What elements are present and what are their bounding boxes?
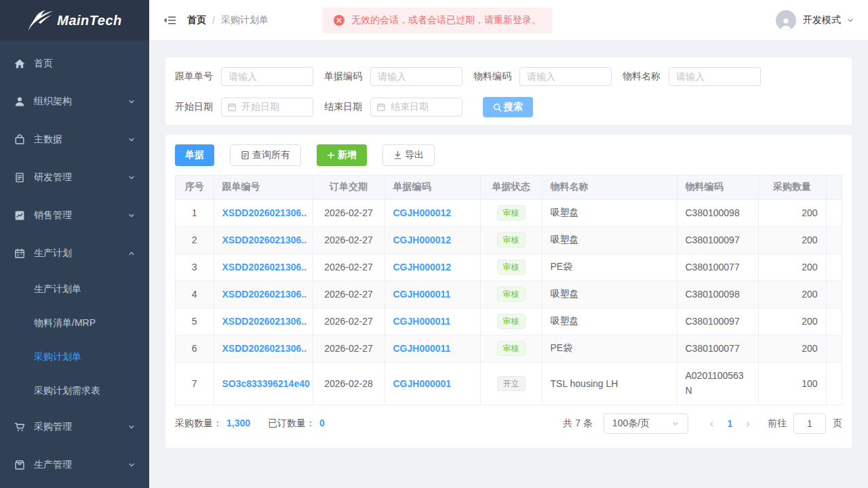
sidebar-item-rnd[interactable]: 研发管理	[0, 159, 149, 197]
sidebar-fold-icon[interactable]	[163, 14, 176, 26]
current-page[interactable]: 1	[721, 418, 740, 429]
order-no-input[interactable]	[221, 67, 313, 86]
cell-code: C380100097	[677, 226, 758, 253]
filter-start-date: 开始日期 开始日期	[175, 98, 313, 117]
plus-icon	[327, 151, 335, 159]
sidebar-subitem-purchase-plan-order[interactable]: 采购计划单	[0, 340, 149, 374]
stat-value: 1,300	[226, 418, 250, 428]
doc-no-link[interactable]: CGJH000011	[393, 316, 451, 327]
cell-qty: 200	[758, 335, 826, 362]
cell-delivery: 2026-02-27	[313, 226, 384, 253]
doc-no-link[interactable]: CGJH000012	[393, 262, 452, 272]
filter-panel: 跟单单号 单据编码 物料编码 物料名称	[165, 58, 852, 125]
doc-no-link[interactable]: CGJH000012	[393, 207, 452, 218]
stat-label: 采购数量：	[175, 418, 222, 428]
cell-extra	[826, 199, 842, 226]
brand-name: MainTech	[57, 13, 122, 28]
order-no-link[interactable]: XSDD2026021306..	[222, 207, 307, 218]
box-icon	[14, 459, 26, 471]
table-row: 6 XSDD2026021306.. 2026-02-27 CGJH000011…	[176, 335, 842, 362]
col-material: 物料名称	[542, 176, 677, 199]
cell-material: PE袋	[542, 335, 677, 362]
cart-icon	[14, 421, 26, 433]
query-all-button[interactable]: 查询所有	[230, 144, 301, 166]
cell-code: C380100097	[677, 308, 758, 335]
status-badge: 审核	[497, 232, 526, 247]
page-size-select[interactable]: 100条/页	[604, 413, 688, 434]
sidebar-subitem-purchase-plan-demand[interactable]: 采购计划需求表	[0, 374, 149, 408]
order-no-link[interactable]: XSDD2026021306..	[222, 235, 307, 245]
cell-extra	[826, 281, 842, 308]
order-no-link[interactable]: SO3c833396214e40	[222, 378, 310, 389]
page-content: 跟单单号 单据编码 物料编码 物料名称	[149, 41, 868, 488]
sidebar-item-purchase-mgmt[interactable]: 采购管理	[0, 408, 149, 446]
goto-label: 前往	[768, 418, 787, 430]
search-button[interactable]: 搜索	[483, 97, 533, 117]
material-name-input[interactable]	[669, 67, 761, 86]
order-no-link[interactable]: XSDD2026021306..	[222, 289, 307, 300]
error-circle-icon	[334, 15, 344, 26]
cell-seq: 6	[176, 335, 214, 362]
cell-material: 吸塑盘	[542, 281, 677, 308]
sidebar-subitem-label: 采购计划需求表	[34, 385, 100, 397]
cell-extra	[826, 308, 842, 335]
material-code-input[interactable]	[519, 67, 612, 86]
page-unit: 页	[833, 418, 842, 430]
filter-material-code: 物料编码	[473, 67, 612, 86]
order-no-link[interactable]: XSDD2026021306..	[222, 343, 307, 354]
status-badge: 审核	[497, 341, 526, 356]
table-row: 7 SO3c833396214e40 2026-02-28 CGJH000001…	[176, 362, 842, 405]
status-badge: 审核	[497, 205, 526, 220]
page-size-value: 100条/页	[612, 418, 650, 430]
breadcrumb-home[interactable]: 首页	[187, 14, 206, 26]
chevron-down-icon	[127, 211, 136, 220]
brand-logo: MainTech	[0, 0, 149, 41]
cell-delivery: 2026-02-27	[313, 281, 384, 308]
sidebar-item-sales[interactable]: 销售管理	[0, 197, 149, 235]
brand-bird-icon	[27, 9, 54, 32]
document-icon	[14, 171, 26, 184]
chevron-down-icon	[127, 136, 136, 144]
add-button[interactable]: 新增	[317, 144, 367, 166]
cell-code: A0201100563N	[677, 362, 758, 405]
page-number-input[interactable]	[793, 413, 826, 434]
doc-no-link[interactable]: CGJH000012	[393, 235, 452, 245]
table-row: 2 XSDD2026021306.. 2026-02-27 CGJH000012…	[176, 226, 842, 253]
sidebar-item-home[interactable]: 首页	[0, 45, 149, 83]
doc-button[interactable]: 单据	[175, 144, 214, 166]
sidebar-subitem-bom-mrp[interactable]: 物料清单/MRP	[0, 306, 149, 340]
date-placeholder: 结束日期	[391, 101, 429, 113]
prev-page-button[interactable]: ‹	[703, 417, 721, 430]
user-menu[interactable]: 开发模式	[776, 10, 854, 30]
sidebar-item-master-data[interactable]: 主数据	[0, 121, 149, 159]
order-no-link[interactable]: XSDD2026021306..	[222, 262, 307, 272]
doc-no-link[interactable]: CGJH000011	[393, 289, 451, 300]
start-date-picker[interactable]: 开始日期	[221, 98, 313, 117]
doc-no-link[interactable]: CGJH000001	[393, 378, 452, 389]
col-code: 物料编码	[677, 176, 758, 199]
export-button[interactable]: 导出	[382, 144, 435, 166]
end-date-picker[interactable]: 结束日期	[370, 98, 462, 117]
doc-code-input[interactable]	[370, 67, 462, 86]
sidebar-subitem-production-plan-order[interactable]: 生产计划单	[0, 272, 149, 306]
chevron-down-icon	[127, 461, 136, 469]
filter-material-name: 物料名称	[623, 67, 761, 86]
filter-order-no: 跟单单号	[175, 67, 313, 86]
cell-extra	[826, 226, 842, 253]
table-row: 3 XSDD2026021306.. 2026-02-27 CGJH000012…	[176, 253, 842, 281]
order-no-link[interactable]: XSDD2026021306..	[222, 316, 307, 327]
doc-no-link[interactable]: CGJH000011	[393, 343, 451, 354]
cell-material: 吸塑盘	[542, 199, 677, 226]
sidebar-item-production-mgmt[interactable]: 生产管理	[0, 446, 149, 484]
sidebar-item-label: 生产计划	[34, 247, 127, 260]
breadcrumb-current: 采购计划单	[221, 14, 269, 26]
user-name: 开发模式	[803, 14, 841, 26]
avatar	[776, 10, 796, 30]
sidebar-item-org[interactable]: 组织架构	[0, 83, 149, 121]
table-row: 4 XSDD2026021306.. 2026-02-27 CGJH000011…	[176, 281, 842, 308]
filter-label: 物料名称	[623, 70, 660, 83]
sidebar-item-production-plan[interactable]: 生产计划	[0, 235, 149, 272]
next-page-button[interactable]: ›	[739, 417, 757, 430]
bag-icon	[14, 134, 26, 146]
app-root: MainTech 首页 组织架构	[0, 0, 868, 488]
